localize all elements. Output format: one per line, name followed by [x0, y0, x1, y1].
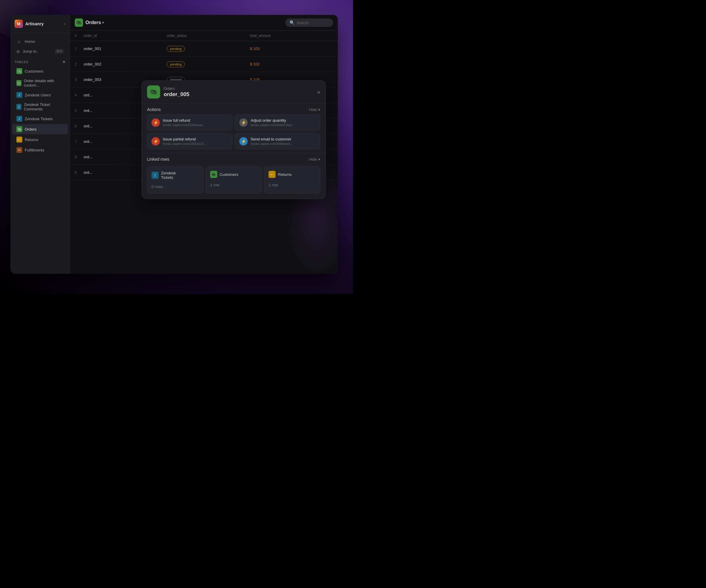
- action-name-full-refund: Issue full refund: [163, 118, 205, 123]
- cell-amount: $ 102: [250, 62, 333, 66]
- action-adjust-quantity[interactable]: ⚡ Adjust order quantity hooks.zapier.com…: [235, 114, 320, 131]
- linked-card-customers[interactable]: 🛍 Customers 1 row: [206, 166, 262, 193]
- popup-title-group: Orders order_005: [164, 87, 189, 97]
- linked-rows-chevron: ▾: [318, 157, 320, 162]
- add-table-button[interactable]: +: [63, 59, 66, 65]
- linked-returns-icon: ↩: [269, 171, 276, 178]
- row-num: 5: [75, 109, 84, 113]
- linked-customers-count: 1 row: [210, 183, 258, 187]
- table-dropdown-button[interactable]: ▾: [102, 21, 104, 25]
- linked-zendesk-count: 0 rows: [152, 185, 199, 189]
- customers-icon: 🛍: [16, 68, 22, 74]
- table-row[interactable]: 2 order_002 pending $ 102: [70, 56, 338, 72]
- main-content: 🛍 Orders ▾ 🔍 Search # order_id order_sta…: [70, 15, 338, 274]
- th-row-num: #: [75, 34, 84, 38]
- order-details-icon: 🛍: [16, 80, 22, 86]
- action-icon-partial-refund: ⚡: [152, 137, 160, 146]
- popup-expand-button[interactable]: »: [317, 89, 320, 95]
- actions-hide-button[interactable]: Hide ▾: [309, 108, 320, 112]
- linked-zendesk-name: ZendeskTickets: [161, 171, 176, 180]
- action-partial-refund[interactable]: ⚡ Issue partial refund hooks.zapier.com/…: [147, 133, 232, 149]
- linked-rows-label: Linked rows: [147, 157, 169, 162]
- app-container: M Artisanry « ⌂ Home ◎ Jump to.. ⌘ K Tab…: [10, 15, 338, 274]
- cell-order-id: order_001: [84, 46, 167, 51]
- action-name-send-email: Send email to customer: [250, 137, 293, 141]
- row-num: 2: [75, 62, 84, 66]
- fulfillments-icon: ✉: [16, 147, 22, 153]
- sidebar-item-zendesk-ticket-comments[interactable]: Z Zendesk Ticket Comments: [12, 100, 68, 113]
- actions-label: Actions: [147, 107, 161, 112]
- row-num: 6: [75, 124, 84, 128]
- topbar-table-icon: 🛍: [75, 18, 83, 27]
- jump-icon: ◎: [16, 49, 19, 53]
- row-num: 9: [75, 170, 84, 175]
- sidebar-item-zendesk-tickets[interactable]: Z Zendesk Tickets: [12, 114, 68, 124]
- linked-returns-count: 1 row: [269, 183, 316, 187]
- status-badge: pending: [167, 46, 185, 52]
- action-full-refund[interactable]: ⚡ Issue full refund hooks.zapier.com/239…: [147, 114, 232, 131]
- popup-app-icon: 🛍: [147, 85, 160, 99]
- cell-status: pending: [167, 46, 250, 52]
- popup-header: 🛍 Orders order_005 »: [142, 81, 326, 104]
- sidebar-item-home[interactable]: ⌂ Home: [12, 36, 68, 46]
- sidebar-item-order-details[interactable]: 🛍 Order details with custom...: [12, 76, 68, 89]
- table-header: # order_id order_status total_amount: [70, 31, 338, 41]
- linked-rows-section-label: Linked rows Hide ▾: [142, 153, 326, 164]
- linked-rows-hide-button[interactable]: Hide ▾: [309, 157, 320, 162]
- action-send-email[interactable]: ⚡ Send email to customer hooks.zapier.co…: [235, 133, 320, 149]
- search-icon: 🔍: [289, 20, 295, 25]
- sidebar-item-home-label: Home: [25, 39, 35, 44]
- zendesk-users-icon: Z: [16, 92, 22, 98]
- linked-customers-name: Customers: [220, 172, 238, 177]
- actions-grid: ⚡ Issue full refund hooks.zapier.com/239…: [142, 114, 326, 153]
- actions-section-label: Actions Hide ▾: [142, 104, 326, 114]
- action-url-send-email: hooks.zapier.com/hf4bsksd...: [250, 142, 293, 146]
- row-num: 4: [75, 93, 84, 97]
- cell-order-id: order_002: [84, 62, 167, 66]
- th-order-status: order_status: [167, 34, 250, 38]
- linked-card-header: ↩ Returns: [269, 171, 316, 178]
- row-num: 7: [75, 140, 84, 144]
- topbar-table-title: Orders ▾: [85, 20, 104, 25]
- linked-card-returns[interactable]: ↩ Returns 1 row: [264, 166, 320, 193]
- popup-header-left: 🛍 Orders order_005: [147, 85, 189, 99]
- action-icon-full-refund: ⚡: [152, 118, 160, 127]
- row-num: 1: [75, 47, 84, 51]
- jump-shortcut: ⌘ K: [55, 49, 64, 53]
- action-name-partial-refund: Issue partial refund: [163, 137, 206, 141]
- action-icon-send-email: ⚡: [239, 137, 248, 146]
- sidebar-item-returns[interactable]: ↩ Returns: [12, 134, 68, 145]
- popup-record-name: order_005: [164, 91, 189, 97]
- topbar: 🛍 Orders ▾ 🔍 Search: [70, 15, 338, 31]
- linked-rows-grid: Z ZendeskTickets 0 rows 🛍 Customers 1 ro…: [142, 164, 326, 199]
- home-icon: ⌂: [16, 39, 22, 44]
- search-bar[interactable]: 🔍 Search: [285, 18, 333, 27]
- zendesk-tickets-icon: Z: [16, 116, 22, 122]
- actions-hide-chevron: ▾: [318, 108, 320, 112]
- linked-zendesk-icon: Z: [152, 172, 159, 179]
- linked-returns-name: Returns: [278, 172, 292, 177]
- sidebar-brand: M Artisanry: [14, 19, 43, 28]
- linked-card-header: 🛍 Customers: [210, 171, 258, 178]
- returns-icon: ↩: [16, 136, 22, 143]
- brand-icon: M: [14, 19, 23, 28]
- linked-card-zendesk-tickets[interactable]: Z ZendeskTickets 0 rows: [147, 166, 203, 193]
- action-icon-adjust-quantity: ⚡: [239, 118, 248, 127]
- collapse-sidebar-button[interactable]: «: [64, 22, 66, 26]
- th-total-amount: total_amount: [250, 34, 333, 38]
- status-badge: pending: [167, 61, 185, 67]
- topbar-left: 🛍 Orders ▾: [75, 18, 104, 27]
- orders-icon: 🛍: [16, 126, 22, 132]
- sidebar-item-zendesk-users[interactable]: Z Zendesk Users: [12, 90, 68, 100]
- sidebar-item-orders[interactable]: 🛍 Orders: [12, 124, 68, 134]
- sidebar: M Artisanry « ⌂ Home ◎ Jump to.. ⌘ K Tab…: [10, 15, 70, 274]
- row-num: 3: [75, 78, 84, 82]
- sidebar-item-customers[interactable]: 🛍 Customers: [12, 66, 68, 76]
- table-row[interactable]: 1 order_001 pending $ 103: [70, 41, 338, 56]
- sidebar-item-jump[interactable]: ◎ Jump to.. ⌘ K: [12, 47, 68, 56]
- action-name-adjust-quantity: Adjust order quantity: [250, 118, 294, 123]
- brand-name: Artisanry: [25, 22, 43, 26]
- sidebar-item-fulfillments[interactable]: ✉ Fulfillments: [12, 145, 68, 155]
- popup-app-name: Orders: [164, 87, 189, 91]
- row-num: 8: [75, 155, 84, 159]
